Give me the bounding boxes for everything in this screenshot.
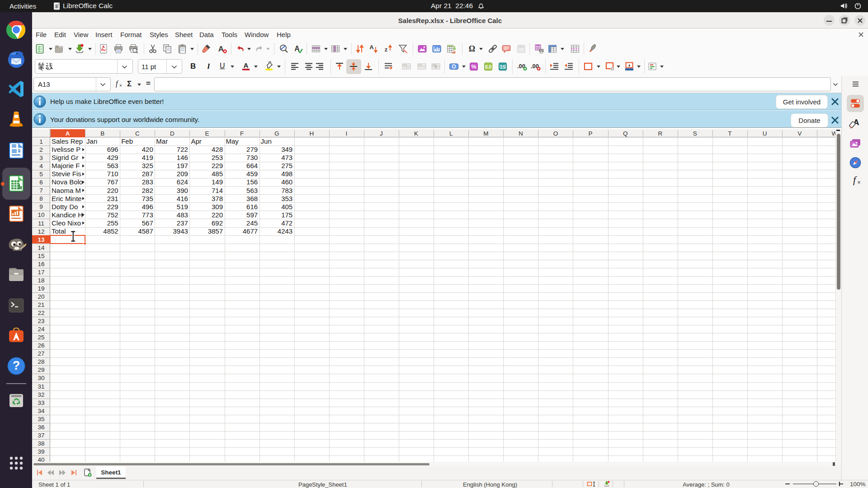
svg-text:498: 498 xyxy=(281,170,292,178)
svg-text:0.0: 0.0 xyxy=(485,64,492,70)
svg-text:460: 460 xyxy=(281,178,292,186)
svg-text:17: 17 xyxy=(38,269,44,276)
svg-text:428: 428 xyxy=(212,145,223,153)
svg-text:14: 14 xyxy=(38,244,45,251)
svg-text:10: 10 xyxy=(38,211,44,218)
svg-text:429: 429 xyxy=(107,154,118,161)
svg-text:O: O xyxy=(553,130,558,137)
svg-text:325: 325 xyxy=(142,162,153,169)
svg-text:Total: Total xyxy=(52,227,66,235)
svg-text:253: 253 xyxy=(212,154,223,161)
svg-text:C: C xyxy=(135,130,140,137)
svg-text:Eric Minte: Eric Minte xyxy=(52,195,82,202)
svg-text:473: 473 xyxy=(281,154,292,161)
svg-text:175: 175 xyxy=(281,211,292,219)
svg-text:710: 710 xyxy=(107,170,118,178)
svg-text:197: 197 xyxy=(177,162,188,169)
svg-text:220: 220 xyxy=(107,187,118,194)
svg-text:G: G xyxy=(274,130,279,137)
svg-text:B: B xyxy=(100,130,104,137)
svg-text:752: 752 xyxy=(107,211,118,219)
svg-text:3: 3 xyxy=(39,155,43,161)
svg-text:616: 616 xyxy=(246,203,258,211)
svg-text:22: 22 xyxy=(38,310,44,316)
svg-text:35: 35 xyxy=(38,416,44,422)
svg-text:8: 8 xyxy=(39,195,43,202)
svg-text:×: × xyxy=(857,179,860,186)
svg-text:390: 390 xyxy=(177,187,188,194)
svg-text:30: 30 xyxy=(38,375,44,381)
svg-text:?: ? xyxy=(13,359,20,372)
svg-text:Majorie F: Majorie F xyxy=(52,162,80,169)
svg-text:597: 597 xyxy=(246,211,258,219)
svg-text:664: 664 xyxy=(246,162,258,169)
svg-text:J: J xyxy=(380,130,383,137)
svg-text:220: 220 xyxy=(212,211,223,219)
svg-text:Naoma M: Naoma M xyxy=(52,187,81,194)
svg-text:19: 19 xyxy=(38,285,44,292)
svg-text:A: A xyxy=(102,45,105,49)
svg-text:722: 722 xyxy=(177,145,188,153)
svg-text:420: 420 xyxy=(142,145,153,153)
svg-text:1: 1 xyxy=(39,138,43,145)
svg-text:Nova Bolo: Nova Bolo xyxy=(52,178,83,186)
svg-text:32: 32 xyxy=(38,391,44,398)
svg-text:279: 279 xyxy=(246,145,258,153)
svg-text:783: 783 xyxy=(281,187,292,194)
svg-text:Feb: Feb xyxy=(121,137,133,145)
svg-text:Dotty Do: Dotty Do xyxy=(52,203,78,211)
svg-text:6: 6 xyxy=(39,179,43,186)
svg-text:18: 18 xyxy=(38,277,44,284)
svg-text:15: 15 xyxy=(38,253,44,259)
svg-text:I: I xyxy=(345,130,347,137)
svg-text:Cleo Nixo: Cleo Nixo xyxy=(52,219,81,227)
svg-text:F: F xyxy=(240,130,244,137)
svg-text:31: 31 xyxy=(38,383,44,390)
svg-text:416: 416 xyxy=(177,195,188,202)
svg-text:353: 353 xyxy=(281,195,292,202)
svg-text:Stevie Fis: Stevie Fis xyxy=(52,170,81,178)
svg-text:May: May xyxy=(226,137,239,145)
svg-text:33: 33 xyxy=(38,399,44,406)
svg-text:368: 368 xyxy=(246,195,258,202)
svg-text:N: N xyxy=(519,130,523,137)
svg-text:V: V xyxy=(797,130,802,137)
svg-text:S: S xyxy=(693,130,697,137)
svg-text:563: 563 xyxy=(107,162,118,169)
svg-text:459: 459 xyxy=(246,170,258,178)
svg-text:E: E xyxy=(205,130,209,137)
svg-text:472: 472 xyxy=(281,219,292,227)
svg-text:11: 11 xyxy=(38,220,44,227)
svg-text:3943: 3943 xyxy=(173,227,188,235)
svg-text:12: 12 xyxy=(38,228,44,235)
svg-text:38: 38 xyxy=(38,440,44,447)
svg-text:z: z xyxy=(385,46,388,53)
svg-text:20: 20 xyxy=(38,293,44,300)
svg-text:16: 16 xyxy=(38,261,44,267)
svg-text:P: P xyxy=(589,130,593,137)
svg-text:696: 696 xyxy=(107,145,118,153)
svg-text:A: A xyxy=(66,130,70,137)
svg-text:229: 229 xyxy=(107,203,118,211)
svg-text:156: 156 xyxy=(246,178,258,186)
svg-text:15: 15 xyxy=(500,64,505,70)
svg-text:Sigrid Gr: Sigrid Gr xyxy=(52,154,78,161)
svg-text:4852: 4852 xyxy=(103,227,118,235)
svg-text:282: 282 xyxy=(142,187,153,194)
svg-text:Jun: Jun xyxy=(261,137,272,145)
svg-text:R: R xyxy=(658,130,662,137)
svg-text:A: A xyxy=(244,61,249,69)
svg-text:T: T xyxy=(728,130,731,137)
svg-text:245: 245 xyxy=(246,219,258,227)
svg-text:M: M xyxy=(483,130,488,137)
svg-text:21: 21 xyxy=(38,301,44,308)
svg-text:L: L xyxy=(449,130,453,137)
svg-text:U: U xyxy=(763,130,767,137)
svg-text:K: K xyxy=(414,130,418,137)
svg-text:4243: 4243 xyxy=(278,227,292,235)
svg-text:Sales Rep: Sales Rep xyxy=(52,137,83,145)
svg-text:692: 692 xyxy=(212,219,223,227)
svg-text:f: f xyxy=(853,174,857,185)
svg-text:3857: 3857 xyxy=(208,227,223,235)
svg-text:A: A xyxy=(218,45,224,53)
